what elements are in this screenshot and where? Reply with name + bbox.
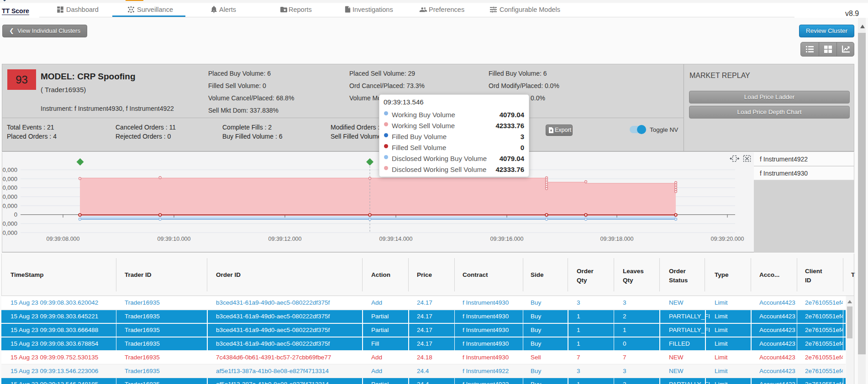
svg-text:0,000: 0,000 [2, 176, 17, 182]
svg-text:09:39:12.000: 09:39:12.000 [268, 236, 302, 242]
svg-text:0,000: 0,000 [2, 166, 17, 173]
svg-text:09:39:10.000: 09:39:10.000 [158, 236, 191, 242]
svg-text:0,000: 0,000 [2, 184, 17, 191]
svg-text:09:39:20.000: 09:39:20.000 [711, 236, 744, 242]
svg-text:0,000: 0,000 [2, 220, 17, 227]
svg-text:0,000: 0,000 [2, 202, 17, 209]
svg-text:09:39:18.000: 09:39:18.000 [600, 236, 634, 242]
svg-text:0,000: 0,000 [2, 229, 17, 236]
svg-text:09:39:14.000: 09:39:14.000 [379, 236, 413, 242]
svg-text:0: 0 [14, 211, 17, 218]
svg-text:0,000: 0,000 [2, 193, 17, 200]
svg-text:09:39:16.000: 09:39:16.000 [490, 236, 524, 242]
svg-text:09:39:08.000: 09:39:08.000 [47, 236, 80, 242]
